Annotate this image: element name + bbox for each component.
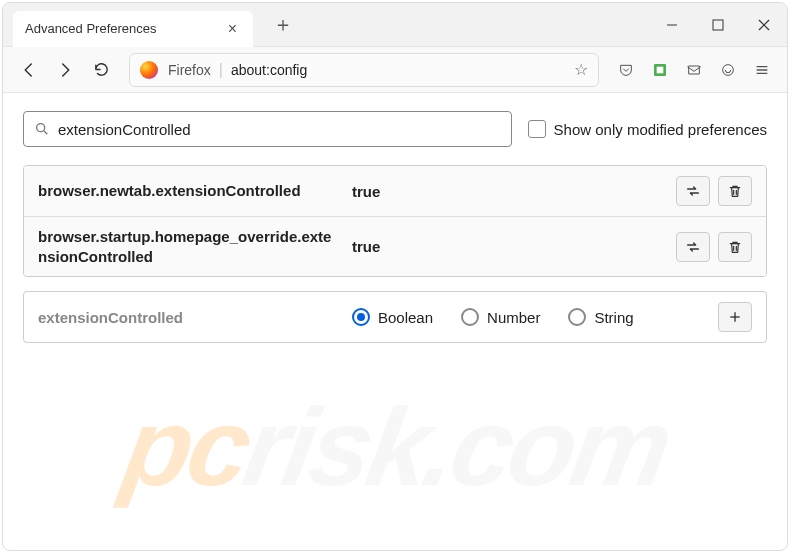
new-tab-button[interactable]: ＋: [265, 7, 301, 42]
preference-value: true: [352, 183, 676, 200]
radio-number[interactable]: Number: [461, 308, 540, 326]
firefox-icon: [140, 61, 162, 79]
toggle-button[interactable]: [676, 232, 710, 262]
svg-point-6: [723, 64, 734, 75]
bookmark-star-icon[interactable]: ☆: [574, 60, 588, 79]
urlbar-text: about:config: [231, 62, 574, 78]
close-tab-icon[interactable]: ×: [224, 20, 241, 38]
checkbox-icon[interactable]: [528, 120, 546, 138]
search-icon: [34, 121, 50, 137]
svg-rect-1: [713, 20, 723, 30]
radio-icon: [352, 308, 370, 326]
address-bar[interactable]: Firefox | about:config ☆: [129, 53, 599, 87]
toolbar: Firefox | about:config ☆: [3, 47, 787, 93]
content-area: Show only modified preferences browser.n…: [3, 93, 787, 361]
search-input[interactable]: [58, 121, 501, 138]
maximize-button[interactable]: [695, 3, 741, 47]
menu-button[interactable]: [747, 55, 777, 85]
delete-button[interactable]: [718, 232, 752, 262]
watermark: pcrisk.com: [115, 383, 678, 510]
delete-button[interactable]: [718, 176, 752, 206]
titlebar: Advanced Preferences × ＋: [3, 3, 787, 47]
radio-label: Boolean: [378, 309, 433, 326]
account-icon[interactable]: [679, 55, 709, 85]
svg-line-11: [44, 131, 47, 134]
radio-string[interactable]: String: [568, 308, 633, 326]
minimize-button[interactable]: [649, 3, 695, 47]
preference-row: browser.startup.homepage_override.extens…: [24, 217, 766, 276]
radio-icon: [461, 308, 479, 326]
new-preference-name: extensionControlled: [38, 309, 338, 326]
urlbar-separator: |: [219, 61, 223, 79]
type-radio-group: Boolean Number String: [352, 308, 718, 326]
radio-label: String: [594, 309, 633, 326]
preference-value: true: [352, 238, 676, 255]
pocket-icon[interactable]: [611, 55, 641, 85]
radio-label: Number: [487, 309, 540, 326]
checkbox-label: Show only modified preferences: [554, 121, 767, 138]
new-preference-row: extensionControlled Boolean Number Strin…: [23, 291, 767, 343]
preference-name: browser.startup.homepage_override.extens…: [38, 227, 338, 266]
add-button[interactable]: [718, 302, 752, 332]
svg-point-10: [37, 124, 45, 132]
toggle-button[interactable]: [676, 176, 710, 206]
radio-icon: [568, 308, 586, 326]
browser-tab[interactable]: Advanced Preferences ×: [13, 11, 253, 47]
urlbar-origin-label: Firefox: [168, 62, 211, 78]
preferences-list: browser.newtab.extensionControlled true …: [23, 165, 767, 277]
radio-boolean[interactable]: Boolean: [352, 308, 433, 326]
preference-search-box[interactable]: [23, 111, 512, 147]
reload-button[interactable]: [85, 54, 117, 86]
modified-only-toggle[interactable]: Show only modified preferences: [528, 120, 767, 138]
forward-button[interactable]: [49, 54, 81, 86]
back-button[interactable]: [13, 54, 45, 86]
tab-title: Advanced Preferences: [25, 21, 224, 36]
svg-rect-5: [657, 66, 664, 73]
protections-icon[interactable]: [713, 55, 743, 85]
preference-row: browser.newtab.extensionControlled true: [24, 166, 766, 217]
close-window-button[interactable]: [741, 3, 787, 47]
preference-name: browser.newtab.extensionControlled: [38, 181, 338, 201]
extension-icon[interactable]: [645, 55, 675, 85]
